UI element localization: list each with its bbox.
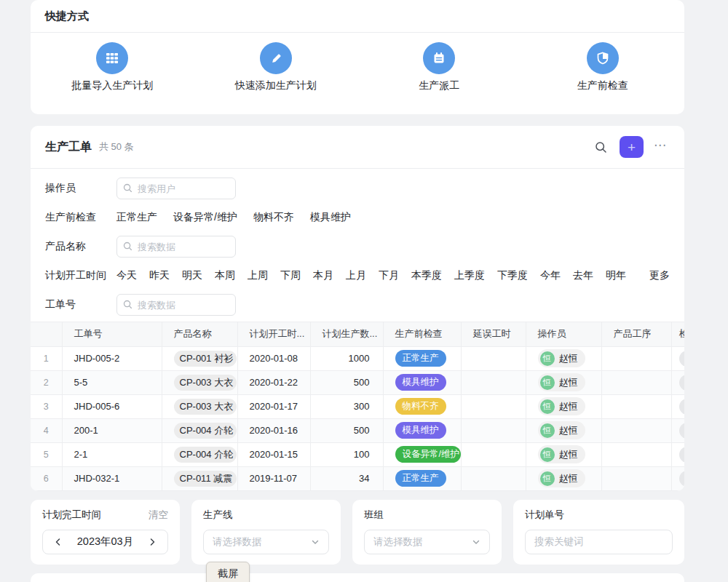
filter-option[interactable]: 本月 — [313, 269, 333, 282]
table-row[interactable]: 52-1CP-004 介轮2020-01-15100设备异常/维护恒赵恒 — [31, 442, 684, 466]
table-row[interactable]: 6JHD-032-1CP-011 减震2019-11-0734正常生产恒赵恒 — [31, 466, 684, 490]
cell-operator[interactable]: 恒赵恒 — [526, 466, 601, 490]
col-process[interactable]: 产品工序 — [601, 322, 671, 346]
table-row[interactable]: 3JHD-005-6CP-003 大衣2020-01-17300物料不齐恒赵恒 — [31, 394, 684, 418]
cell-inspector[interactable] — [671, 418, 684, 442]
cell-pre-check[interactable]: 物料不齐 — [383, 394, 461, 418]
cell-process[interactable] — [601, 394, 671, 418]
cell-process[interactable] — [601, 346, 671, 370]
cell-order-no[interactable]: JHD-005-2 — [62, 346, 162, 370]
filter-option[interactable]: 上周 — [248, 269, 268, 282]
product-name-search-input[interactable] — [116, 236, 236, 258]
chevron-left-icon[interactable] — [52, 536, 64, 548]
cell-product-name[interactable]: CP-003 大衣 — [162, 370, 237, 394]
more-actions-button[interactable]: ⋯ — [651, 137, 670, 157]
cell-plan-qty[interactable]: 34 — [310, 466, 383, 490]
plan-no-input[interactable] — [526, 536, 672, 547]
filter-option[interactable]: 今天 — [116, 269, 137, 282]
filter-option[interactable]: 昨天 — [149, 269, 170, 282]
filter-option[interactable]: 下月 — [379, 269, 399, 282]
col-inspector[interactable]: 检验员 — [671, 322, 684, 346]
cell-inspector[interactable] — [671, 442, 684, 466]
cell-order-no[interactable]: 2-1 — [62, 442, 162, 466]
chevron-right-icon[interactable] — [146, 536, 158, 548]
col-product-name[interactable]: 产品名称 — [162, 322, 237, 346]
team-select[interactable]: 请选择数据 — [364, 530, 490, 554]
filter-option[interactable]: 去年 — [573, 269, 593, 282]
cell-operator[interactable]: 恒赵恒 — [526, 346, 601, 370]
cell-plan-start[interactable]: 2019-11-07 — [237, 466, 310, 490]
screenshot-button[interactable]: 截屏 — [206, 562, 250, 582]
cell-delay-hours[interactable] — [461, 442, 526, 466]
col-order-no[interactable]: 工单号 — [62, 322, 162, 346]
cell-delay-hours[interactable] — [461, 394, 526, 418]
cell-plan-qty[interactable]: 500 — [310, 370, 383, 394]
col-plan-start[interactable]: 计划开工时... — [237, 322, 310, 346]
cell-product-name[interactable]: CP-003 大衣 — [162, 394, 237, 418]
filter-option[interactable]: 物料不齐 — [253, 211, 294, 224]
cell-inspector[interactable] — [671, 466, 684, 490]
cell-product-name[interactable]: CP-001 衬衫 — [162, 346, 237, 370]
add-work-order-button[interactable]: + — [620, 136, 644, 158]
filter-option[interactable]: 模具维护 — [310, 211, 351, 224]
cell-operator[interactable]: 恒赵恒 — [526, 394, 601, 418]
filter-option[interactable]: 明天 — [182, 269, 202, 282]
cell-inspector[interactable] — [671, 370, 684, 394]
cell-inspector[interactable] — [671, 346, 684, 370]
cell-plan-qty[interactable]: 1000 — [310, 346, 383, 370]
more-time-options[interactable]: 更多 — [649, 269, 670, 282]
shortcut-quick-add[interactable]: 快速添加生产计划 — [194, 42, 358, 92]
cell-pre-check[interactable]: 正常生产 — [383, 466, 461, 490]
cell-operator[interactable]: 恒赵恒 — [526, 370, 601, 394]
cell-order-no[interactable]: 5-5 — [62, 370, 162, 394]
cell-plan-qty[interactable]: 300 — [310, 394, 383, 418]
cell-delay-hours[interactable] — [461, 370, 526, 394]
cell-pre-check[interactable]: 模具维护 — [383, 418, 461, 442]
search-icon[interactable] — [591, 137, 611, 157]
cell-pre-check[interactable]: 设备异常/维护 — [383, 442, 461, 466]
cell-product-name[interactable]: CP-004 介轮 — [162, 442, 237, 466]
filter-option[interactable]: 本周 — [215, 269, 235, 282]
cell-plan-start[interactable]: 2020-01-15 — [237, 442, 310, 466]
cell-plan-start[interactable]: 2020-01-08 — [237, 346, 310, 370]
cell-plan-start[interactable]: 2020-01-22 — [237, 370, 310, 394]
filter-option[interactable]: 正常生产 — [116, 211, 157, 224]
filter-option[interactable]: 本季度 — [411, 269, 442, 282]
cell-process[interactable] — [601, 370, 671, 394]
month-value[interactable]: 2023年03月 — [77, 535, 133, 549]
col-delay-hours[interactable]: 延误工时 — [461, 322, 526, 346]
cell-order-no[interactable]: JHD-005-6 — [62, 394, 162, 418]
table-row[interactable]: 25-5CP-003 大衣2020-01-22500模具维护恒赵恒 — [31, 370, 684, 394]
filter-option[interactable]: 上季度 — [454, 269, 485, 282]
filter-option[interactable]: 下周 — [280, 269, 301, 282]
cell-operator[interactable]: 恒赵恒 — [526, 418, 601, 442]
filter-option[interactable]: 设备异常/维护 — [173, 211, 237, 224]
col-plan-qty[interactable]: 计划生产数... — [310, 322, 383, 346]
cell-product-name[interactable]: CP-011 减震 — [162, 466, 237, 490]
cell-delay-hours[interactable] — [461, 466, 526, 490]
cell-order-no[interactable]: JHD-032-1 — [62, 466, 162, 490]
shortcut-dispatch[interactable]: 生产派工 — [357, 42, 521, 92]
cell-plan-start[interactable]: 2020-01-16 — [237, 418, 310, 442]
filter-option[interactable]: 下季度 — [497, 269, 528, 282]
clear-button[interactable]: 清空 — [149, 509, 168, 522]
cell-delay-hours[interactable] — [461, 418, 526, 442]
table-row[interactable]: 4200-1CP-004 介轮2020-01-16500模具维护恒赵恒 — [31, 418, 684, 442]
cell-process[interactable] — [601, 466, 671, 490]
filter-option[interactable]: 今年 — [540, 269, 561, 282]
cell-operator[interactable]: 恒赵恒 — [526, 442, 601, 466]
cell-pre-check[interactable]: 模具维护 — [383, 370, 461, 394]
filter-option[interactable]: 上月 — [346, 269, 366, 282]
cell-plan-qty[interactable]: 100 — [310, 442, 383, 466]
cell-inspector[interactable] — [671, 394, 684, 418]
production-line-select[interactable]: 请选择数据 — [203, 530, 329, 554]
shortcut-pre-check[interactable]: 生产前检查 — [521, 42, 685, 92]
cell-process[interactable] — [601, 418, 671, 442]
col-operator[interactable]: 操作员 — [526, 322, 601, 346]
cell-pre-check[interactable]: 正常生产 — [383, 346, 461, 370]
cell-order-no[interactable]: 200-1 — [62, 418, 162, 442]
cell-plan-start[interactable]: 2020-01-17 — [237, 394, 310, 418]
filter-option[interactable]: 明年 — [606, 269, 626, 282]
shortcut-batch-import[interactable]: 批量导入生产计划 — [31, 42, 194, 92]
cell-process[interactable] — [601, 442, 671, 466]
